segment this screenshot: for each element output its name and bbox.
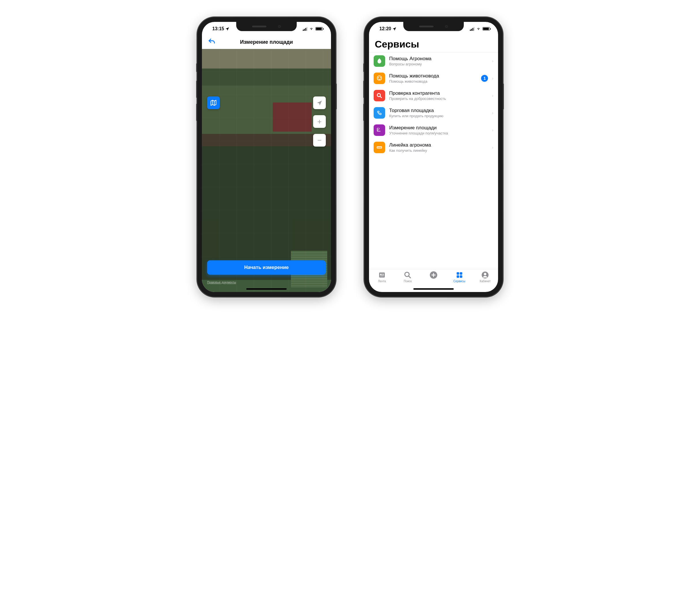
svg-rect-13 (456, 272, 459, 275)
notch (403, 22, 464, 31)
map-view[interactable]: + − Начать измерение Правовые документы (202, 49, 331, 292)
service-subtitle: Уточнение площади поля/участка (389, 131, 488, 135)
leaf-icon (374, 55, 385, 67)
svg-rect-8 (382, 274, 384, 274)
nav-title: Измерение площади (240, 39, 293, 45)
ruler-area-icon (374, 124, 385, 136)
svg-point-11 (405, 272, 409, 277)
chevron-right-icon: › (492, 128, 494, 132)
service-row-area-measurement[interactable]: Измерение площади Уточнение площади поля… (369, 122, 498, 139)
chevron-right-icon: › (492, 76, 494, 81)
undo-icon (208, 38, 216, 46)
service-subtitle: Помощь животновода (389, 79, 477, 83)
start-measurement-button[interactable]: Начать измерение (207, 260, 326, 275)
svg-rect-15 (456, 275, 459, 278)
svg-point-4 (380, 113, 381, 115)
service-title: Помощь Агронома (389, 56, 488, 62)
tab-label: Кабинет (480, 280, 491, 283)
service-subtitle: Проверить на добросовестность (389, 97, 488, 101)
service-row-counterparty-check[interactable]: Проверка контрагента Проверить на доброс… (369, 87, 498, 104)
ruler-icon (374, 142, 385, 153)
feed-icon (378, 271, 386, 279)
battery-icon (482, 27, 490, 30)
location-services-icon (225, 27, 229, 31)
services-list: Помощь Агронома Вопросы агроному › Помощ… (369, 52, 498, 269)
zoom-in-button[interactable]: + (313, 115, 326, 128)
chevron-right-icon: › (492, 59, 494, 63)
phone-mockup-left: 13:15 Измерение площади (197, 17, 335, 297)
tab-profile[interactable]: Кабинет (475, 271, 495, 292)
service-row-livestock-help[interactable]: Помощь животновода Помощь животновода 1 … (369, 70, 498, 87)
svg-point-0 (378, 77, 378, 78)
svg-rect-9 (382, 274, 384, 275)
chevron-right-icon: › (492, 93, 494, 98)
location-services-icon (392, 27, 396, 31)
market-icon (374, 107, 385, 119)
tab-label: Поиск (404, 280, 412, 283)
add-icon (429, 271, 438, 279)
notification-badge: 1 (481, 75, 488, 82)
status-time: 13:15 (212, 26, 224, 31)
tab-label: Лента (378, 280, 386, 283)
svg-point-18 (484, 273, 486, 275)
minus-icon: − (317, 136, 322, 144)
svg-rect-14 (460, 272, 462, 275)
locate-button[interactable] (313, 97, 326, 109)
location-arrow-icon (317, 100, 322, 106)
wifi-icon (309, 27, 314, 30)
zoom-out-button[interactable]: − (313, 134, 326, 147)
signal-icon (470, 27, 475, 31)
svg-point-3 (378, 111, 379, 113)
primary-button-label: Начать измерение (244, 265, 289, 270)
tab-feed[interactable]: Лента (372, 271, 392, 292)
svg-rect-7 (380, 274, 381, 275)
svg-rect-6 (379, 272, 385, 277)
tab-label: Сервисы (453, 280, 465, 283)
signal-icon (303, 27, 308, 31)
service-subtitle: Вопросы агроному (389, 62, 488, 66)
legal-documents-link[interactable]: Правовые документы (207, 281, 236, 284)
phone-mockup-right: 12:20 Сервисы Помощь Агронома Вопросы аг… (365, 17, 503, 297)
map-layers-button[interactable] (207, 97, 220, 109)
service-row-agronomist-ruler[interactable]: Линейка агронома Как получить линейку › (369, 139, 498, 156)
plus-icon: + (317, 118, 322, 125)
svg-rect-10 (380, 276, 384, 276)
service-row-marketplace[interactable]: Торговая площадка Купить или продать про… (369, 104, 498, 122)
grid-icon (455, 271, 464, 279)
home-indicator[interactable] (246, 288, 286, 290)
cow-icon (374, 73, 385, 84)
service-title: Помощь животновода (389, 73, 477, 79)
chevron-right-icon: › (492, 145, 494, 150)
profile-icon (481, 271, 489, 279)
service-title: Линейка агронома (389, 142, 488, 148)
search-icon (404, 271, 411, 279)
service-title: Проверка контрагента (389, 90, 488, 96)
svg-rect-16 (460, 275, 462, 278)
service-row-agronomist-help[interactable]: Помощь Агронома Вопросы агроному › (369, 52, 498, 70)
page-title: Сервисы (369, 36, 498, 52)
service-title: Торговая площадка (389, 108, 488, 113)
wifi-icon (476, 27, 481, 30)
chevron-right-icon: › (492, 111, 494, 115)
battery-icon (316, 27, 323, 30)
nav-header: Измерение площади (202, 36, 331, 49)
back-button[interactable] (208, 38, 216, 47)
notch (236, 22, 297, 31)
service-subtitle: Купить или продать продукцию (389, 114, 488, 118)
search-icon (374, 90, 385, 101)
map-icon (210, 99, 217, 106)
status-time: 12:20 (379, 26, 391, 31)
home-indicator[interactable] (414, 288, 454, 290)
svg-point-1 (380, 77, 381, 78)
service-title: Измерение площади (389, 125, 488, 131)
service-subtitle: Как получить линейку (389, 148, 488, 153)
